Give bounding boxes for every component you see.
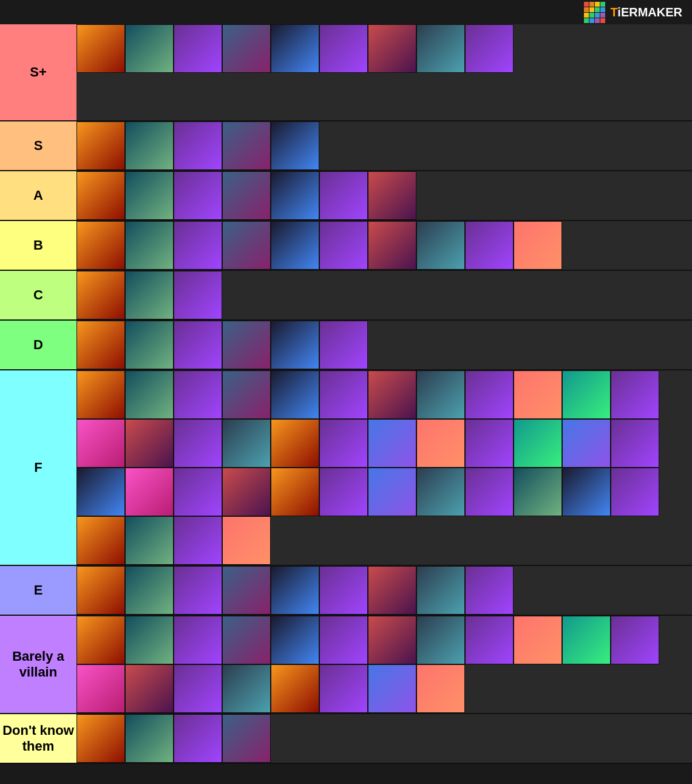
tier-card[interactable]	[271, 24, 319, 73]
tier-card[interactable]	[611, 370, 659, 419]
tier-card[interactable]	[416, 370, 465, 419]
tier-card[interactable]	[271, 121, 319, 170]
tier-card[interactable]	[222, 419, 271, 468]
tier-card[interactable]	[368, 468, 416, 516]
tier-card[interactable]	[125, 566, 174, 615]
tier-card[interactable]	[271, 221, 319, 270]
tier-card[interactable]	[174, 516, 222, 565]
tier-card[interactable]	[611, 468, 659, 516]
tier-card[interactable]	[611, 419, 659, 468]
tier-card[interactable]	[416, 616, 465, 664]
tier-card[interactable]	[514, 221, 562, 270]
tier-card[interactable]	[465, 419, 514, 468]
tier-card[interactable]	[174, 221, 222, 270]
tier-card[interactable]	[319, 370, 368, 419]
tier-card[interactable]	[125, 221, 174, 270]
tier-card[interactable]	[174, 419, 222, 468]
tier-card[interactable]	[562, 370, 611, 419]
tier-card[interactable]	[174, 468, 222, 516]
tier-card[interactable]	[125, 121, 174, 170]
tier-card[interactable]	[368, 616, 416, 664]
tier-card[interactable]	[514, 616, 562, 664]
tier-card[interactable]	[174, 664, 222, 713]
tier-card[interactable]	[271, 664, 319, 713]
tier-card[interactable]	[368, 419, 416, 468]
tier-card[interactable]	[76, 24, 125, 73]
tier-card[interactable]	[416, 664, 465, 713]
tier-card[interactable]	[465, 616, 514, 664]
tier-card[interactable]	[174, 714, 222, 763]
tier-card[interactable]	[125, 271, 174, 319]
tier-card[interactable]	[125, 468, 174, 516]
tier-card[interactable]	[174, 171, 222, 220]
tier-card[interactable]	[319, 616, 368, 664]
tier-card[interactable]	[76, 221, 125, 270]
tier-card[interactable]	[271, 468, 319, 516]
tier-card[interactable]	[174, 370, 222, 419]
tier-card[interactable]	[319, 221, 368, 270]
tier-card[interactable]	[271, 171, 319, 220]
tier-card[interactable]	[222, 221, 271, 270]
tier-card[interactable]	[465, 468, 514, 516]
tier-card[interactable]	[465, 221, 514, 270]
tier-card[interactable]	[76, 468, 125, 516]
tier-card[interactable]	[76, 121, 125, 170]
tier-card[interactable]	[125, 419, 174, 468]
tier-card[interactable]	[514, 419, 562, 468]
tier-card[interactable]	[222, 370, 271, 419]
tier-card[interactable]	[174, 321, 222, 369]
tier-card[interactable]	[125, 370, 174, 419]
tier-card[interactable]	[271, 419, 319, 468]
tier-card[interactable]	[465, 566, 514, 615]
tier-card[interactable]	[368, 370, 416, 419]
tier-card[interactable]	[76, 566, 125, 615]
tier-card[interactable]	[125, 321, 174, 369]
tier-card[interactable]	[416, 566, 465, 615]
tier-card[interactable]	[174, 616, 222, 664]
tier-card[interactable]	[416, 221, 465, 270]
tier-card[interactable]	[174, 566, 222, 615]
tier-card[interactable]	[174, 271, 222, 319]
tier-card[interactable]	[562, 616, 611, 664]
tier-card[interactable]	[271, 370, 319, 419]
tier-card[interactable]	[562, 468, 611, 516]
tier-card[interactable]	[368, 24, 416, 73]
tier-card[interactable]	[76, 714, 125, 763]
tier-card[interactable]	[76, 419, 125, 468]
tier-card[interactable]	[319, 24, 368, 73]
tier-card[interactable]	[125, 516, 174, 565]
tier-card[interactable]	[125, 24, 174, 73]
tier-card[interactable]	[271, 321, 319, 369]
tier-card[interactable]	[416, 24, 465, 73]
tier-card[interactable]	[125, 171, 174, 220]
tier-card[interactable]	[76, 616, 125, 664]
tier-card[interactable]	[368, 566, 416, 615]
tier-card[interactable]	[368, 171, 416, 220]
tier-card[interactable]	[514, 370, 562, 419]
tier-card[interactable]	[174, 24, 222, 73]
tier-card[interactable]	[222, 468, 271, 516]
tier-card[interactable]	[368, 664, 416, 713]
tier-card[interactable]	[76, 516, 125, 565]
tier-card[interactable]	[125, 714, 174, 763]
tier-card[interactable]	[562, 419, 611, 468]
tier-card[interactable]	[416, 468, 465, 516]
tier-card[interactable]	[416, 419, 465, 468]
tier-card[interactable]	[222, 321, 271, 369]
tier-card[interactable]	[76, 321, 125, 369]
tier-card[interactable]	[319, 664, 368, 713]
tier-card[interactable]	[76, 370, 125, 419]
tier-card[interactable]	[319, 171, 368, 220]
tier-card[interactable]	[271, 566, 319, 615]
tier-card[interactable]	[319, 566, 368, 615]
tier-card[interactable]	[465, 24, 514, 73]
tier-card[interactable]	[222, 616, 271, 664]
tier-card[interactable]	[368, 221, 416, 270]
tier-card[interactable]	[465, 370, 514, 419]
tier-card[interactable]	[76, 664, 125, 713]
tier-card[interactable]	[222, 121, 271, 170]
tier-card[interactable]	[222, 171, 271, 220]
tier-card[interactable]	[222, 664, 271, 713]
tier-card[interactable]	[319, 321, 368, 369]
tier-card[interactable]	[222, 516, 271, 565]
